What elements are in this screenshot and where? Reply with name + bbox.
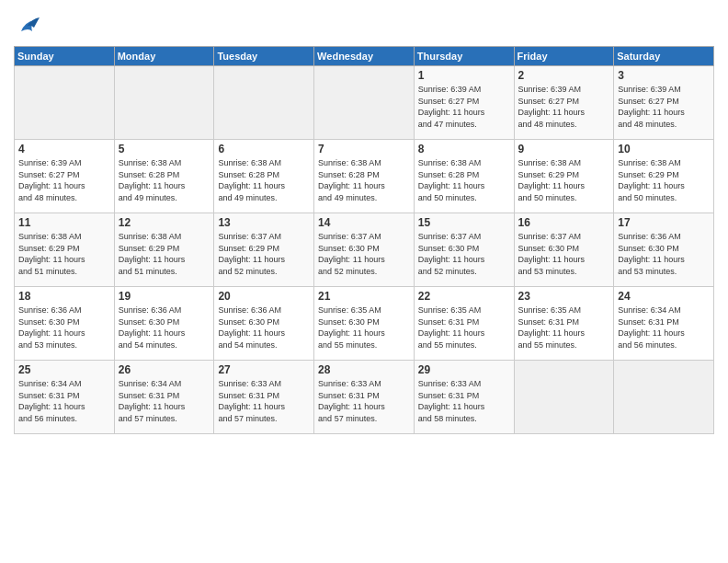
day-info: Sunrise: 6:33 AM Sunset: 6:31 PM Dayligh… bbox=[218, 378, 310, 424]
day-info: Sunrise: 6:36 AM Sunset: 6:30 PM Dayligh… bbox=[618, 231, 710, 277]
day-number: 4 bbox=[18, 143, 110, 155]
calendar-cell: 12Sunrise: 6:38 AM Sunset: 6:29 PM Dayli… bbox=[114, 213, 214, 287]
day-number: 25 bbox=[18, 363, 110, 376]
calendar-cell: 18Sunrise: 6:36 AM Sunset: 6:30 PM Dayli… bbox=[15, 287, 115, 361]
calendar-cell bbox=[314, 66, 415, 140]
calendar-cell: 8Sunrise: 6:38 AM Sunset: 6:28 PM Daylig… bbox=[414, 140, 514, 213]
calendar-page: SundayMondayTuesdayWednesdayThursdayFrid… bbox=[0, 0, 728, 563]
calendar-cell: 3Sunrise: 6:39 AM Sunset: 6:27 PM Daylig… bbox=[614, 66, 714, 140]
calendar-cell: 15Sunrise: 6:37 AM Sunset: 6:30 PM Dayli… bbox=[414, 213, 514, 287]
calendar-cell: 26Sunrise: 6:34 AM Sunset: 6:31 PM Dayli… bbox=[114, 361, 214, 434]
calendar-cell: 13Sunrise: 6:37 AM Sunset: 6:29 PM Dayli… bbox=[214, 213, 314, 287]
day-number: 17 bbox=[618, 216, 710, 229]
calendar-cell: 9Sunrise: 6:38 AM Sunset: 6:29 PM Daylig… bbox=[514, 140, 614, 213]
calendar-cell: 23Sunrise: 6:35 AM Sunset: 6:31 PM Dayli… bbox=[514, 287, 614, 361]
day-number: 29 bbox=[418, 363, 510, 376]
calendar-cell bbox=[214, 66, 314, 140]
weekday-row: SundayMondayTuesdayWednesdayThursdayFrid… bbox=[15, 47, 714, 66]
calendar-cell: 4Sunrise: 6:39 AM Sunset: 6:27 PM Daylig… bbox=[15, 140, 115, 213]
day-info: Sunrise: 6:35 AM Sunset: 6:31 PM Dayligh… bbox=[518, 304, 610, 350]
calendar-cell: 17Sunrise: 6:36 AM Sunset: 6:30 PM Dayli… bbox=[614, 213, 714, 287]
day-number: 1 bbox=[418, 69, 510, 82]
calendar-cell: 16Sunrise: 6:37 AM Sunset: 6:30 PM Dayli… bbox=[514, 213, 614, 287]
calendar-cell: 1Sunrise: 6:39 AM Sunset: 6:27 PM Daylig… bbox=[414, 66, 514, 140]
day-info: Sunrise: 6:34 AM Sunset: 6:31 PM Dayligh… bbox=[618, 304, 710, 350]
calendar-cell: 14Sunrise: 6:37 AM Sunset: 6:30 PM Dayli… bbox=[314, 213, 415, 287]
day-number: 20 bbox=[218, 290, 310, 303]
calendar-cell: 27Sunrise: 6:33 AM Sunset: 6:31 PM Dayli… bbox=[214, 361, 314, 434]
day-info: Sunrise: 6:37 AM Sunset: 6:30 PM Dayligh… bbox=[518, 231, 610, 277]
day-info: Sunrise: 6:39 AM Sunset: 6:27 PM Dayligh… bbox=[18, 157, 110, 203]
day-number: 13 bbox=[218, 216, 310, 229]
day-info: Sunrise: 6:33 AM Sunset: 6:31 PM Dayligh… bbox=[418, 378, 510, 424]
day-info: Sunrise: 6:38 AM Sunset: 6:28 PM Dayligh… bbox=[318, 157, 410, 203]
calendar-cell: 28Sunrise: 6:33 AM Sunset: 6:31 PM Dayli… bbox=[314, 361, 415, 434]
day-number: 24 bbox=[618, 290, 710, 303]
calendar-cell bbox=[614, 361, 714, 434]
day-info: Sunrise: 6:33 AM Sunset: 6:31 PM Dayligh… bbox=[318, 378, 410, 424]
day-number: 14 bbox=[318, 216, 410, 229]
calendar-cell bbox=[15, 66, 115, 140]
day-number: 2 bbox=[518, 69, 610, 82]
day-info: Sunrise: 6:34 AM Sunset: 6:31 PM Dayligh… bbox=[119, 378, 210, 424]
calendar-cell: 10Sunrise: 6:38 AM Sunset: 6:29 PM Dayli… bbox=[614, 140, 714, 213]
calendar-week-2: 4Sunrise: 6:39 AM Sunset: 6:27 PM Daylig… bbox=[15, 140, 714, 213]
day-info: Sunrise: 6:38 AM Sunset: 6:28 PM Dayligh… bbox=[119, 157, 210, 203]
calendar-cell: 6Sunrise: 6:38 AM Sunset: 6:28 PM Daylig… bbox=[214, 140, 314, 213]
calendar-cell: 20Sunrise: 6:36 AM Sunset: 6:30 PM Dayli… bbox=[214, 287, 314, 361]
day-number: 23 bbox=[518, 290, 610, 303]
weekday-header-monday: Monday bbox=[114, 47, 214, 66]
weekday-header-tuesday: Tuesday bbox=[214, 47, 314, 66]
day-info: Sunrise: 6:39 AM Sunset: 6:27 PM Dayligh… bbox=[618, 84, 710, 130]
day-number: 21 bbox=[318, 290, 410, 303]
day-info: Sunrise: 6:37 AM Sunset: 6:30 PM Dayligh… bbox=[418, 231, 510, 277]
day-info: Sunrise: 6:36 AM Sunset: 6:30 PM Dayligh… bbox=[218, 304, 310, 350]
calendar-cell: 24Sunrise: 6:34 AM Sunset: 6:31 PM Dayli… bbox=[614, 287, 714, 361]
calendar-cell: 7Sunrise: 6:38 AM Sunset: 6:28 PM Daylig… bbox=[314, 140, 415, 213]
day-info: Sunrise: 6:38 AM Sunset: 6:29 PM Dayligh… bbox=[618, 157, 710, 203]
day-info: Sunrise: 6:36 AM Sunset: 6:30 PM Dayligh… bbox=[119, 304, 210, 350]
calendar-week-3: 11Sunrise: 6:38 AM Sunset: 6:29 PM Dayli… bbox=[15, 213, 714, 287]
day-info: Sunrise: 6:35 AM Sunset: 6:30 PM Dayligh… bbox=[318, 304, 410, 350]
day-number: 15 bbox=[418, 216, 510, 229]
calendar-header: SundayMondayTuesdayWednesdayThursdayFrid… bbox=[15, 47, 714, 66]
day-number: 11 bbox=[18, 216, 110, 229]
day-info: Sunrise: 6:37 AM Sunset: 6:29 PM Dayligh… bbox=[218, 231, 310, 277]
calendar-cell: 22Sunrise: 6:35 AM Sunset: 6:31 PM Dayli… bbox=[414, 287, 514, 361]
day-number: 28 bbox=[318, 363, 410, 376]
day-info: Sunrise: 6:38 AM Sunset: 6:28 PM Dayligh… bbox=[418, 157, 510, 203]
day-number: 8 bbox=[418, 143, 510, 155]
day-info: Sunrise: 6:35 AM Sunset: 6:31 PM Dayligh… bbox=[418, 304, 510, 350]
calendar-cell: 25Sunrise: 6:34 AM Sunset: 6:31 PM Dayli… bbox=[15, 361, 115, 434]
calendar-cell: 19Sunrise: 6:36 AM Sunset: 6:30 PM Dayli… bbox=[114, 287, 214, 361]
day-number: 6 bbox=[218, 143, 310, 155]
calendar-body: 1Sunrise: 6:39 AM Sunset: 6:27 PM Daylig… bbox=[15, 66, 714, 434]
day-number: 18 bbox=[18, 290, 110, 303]
day-number: 3 bbox=[618, 69, 710, 82]
day-info: Sunrise: 6:38 AM Sunset: 6:29 PM Dayligh… bbox=[518, 157, 610, 203]
calendar-cell: 2Sunrise: 6:39 AM Sunset: 6:27 PM Daylig… bbox=[514, 66, 614, 140]
calendar-week-1: 1Sunrise: 6:39 AM Sunset: 6:27 PM Daylig… bbox=[15, 66, 714, 140]
weekday-header-friday: Friday bbox=[514, 47, 614, 66]
logo-bird-icon bbox=[14, 13, 41, 40]
day-info: Sunrise: 6:38 AM Sunset: 6:28 PM Dayligh… bbox=[218, 157, 310, 203]
day-number: 22 bbox=[418, 290, 510, 303]
day-number: 5 bbox=[119, 143, 210, 155]
header-area bbox=[14, 9, 714, 40]
calendar-cell: 29Sunrise: 6:33 AM Sunset: 6:31 PM Dayli… bbox=[414, 361, 514, 434]
day-number: 26 bbox=[119, 363, 210, 376]
day-number: 9 bbox=[518, 143, 610, 155]
day-number: 27 bbox=[218, 363, 310, 376]
day-info: Sunrise: 6:37 AM Sunset: 6:30 PM Dayligh… bbox=[318, 231, 410, 277]
weekday-header-sunday: Sunday bbox=[15, 47, 115, 66]
day-number: 10 bbox=[618, 143, 710, 155]
calendar-table: SundayMondayTuesdayWednesdayThursdayFrid… bbox=[14, 46, 714, 434]
day-info: Sunrise: 6:39 AM Sunset: 6:27 PM Dayligh… bbox=[518, 84, 610, 130]
day-number: 19 bbox=[119, 290, 210, 303]
day-number: 12 bbox=[119, 216, 210, 229]
day-info: Sunrise: 6:38 AM Sunset: 6:29 PM Dayligh… bbox=[18, 231, 110, 277]
weekday-header-saturday: Saturday bbox=[614, 47, 714, 66]
day-info: Sunrise: 6:38 AM Sunset: 6:29 PM Dayligh… bbox=[119, 231, 210, 277]
day-info: Sunrise: 6:36 AM Sunset: 6:30 PM Dayligh… bbox=[18, 304, 110, 350]
logo bbox=[14, 13, 45, 40]
